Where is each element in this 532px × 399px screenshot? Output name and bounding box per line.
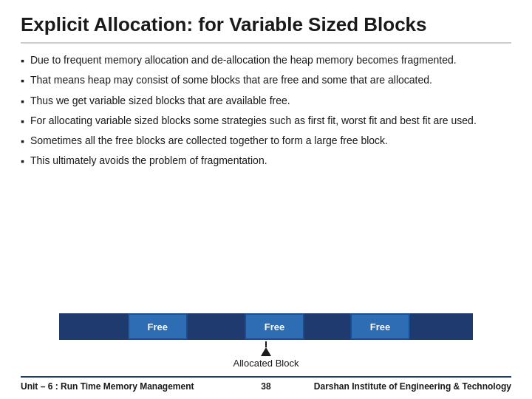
block-allocated-1 (59, 313, 128, 340)
allocated-label: Allocated Block (233, 358, 299, 369)
block-allocated-2 (188, 313, 245, 340)
bullet-item-3: ▪ Thus we get variable sized blocks that… (21, 93, 511, 109)
bullets-list: ▪ Due to frequent memory allocation and … (21, 52, 511, 306)
footer-page-number: 38 (244, 381, 288, 392)
bullet-text-5: Sometimes all the free blocks are collec… (30, 133, 511, 148)
block-allocated-4 (410, 313, 473, 340)
block-free-1: Free (128, 313, 188, 340)
footer-left: Unit – 6 : Run Time Memory Management (21, 381, 244, 392)
bullet-text-2: That means heap may consist of some bloc… (30, 72, 511, 87)
footer: Unit – 6 : Run Time Memory Management 38… (21, 376, 511, 392)
memory-blocks-row: Free Free Free (59, 313, 473, 340)
arrow-line (265, 341, 267, 347)
bullet-icon-4: ▪ (21, 114, 24, 129)
bullet-item-2: ▪ That means heap may consist of some bl… (21, 72, 511, 88)
bullet-text-4: For allocating variable sized blocks som… (30, 113, 511, 128)
bullet-item-1: ▪ Due to frequent memory allocation and … (21, 52, 511, 68)
footer-right: Darshan Institute of Engineering & Techn… (288, 381, 511, 392)
bullet-text-1: Due to frequent memory allocation and de… (30, 52, 511, 67)
bullet-icon-5: ▪ (21, 134, 24, 149)
bullet-item-6: ▪ This ultimately avoids the problem of … (21, 153, 511, 168)
memory-diagram: Free Free Free Allocated Block (21, 313, 511, 369)
bullet-icon-2: ▪ (21, 73, 24, 88)
bullet-text-6: This ultimately avoids the problem of fr… (30, 153, 511, 168)
bullet-item-5: ▪ Sometimes all the free blocks are coll… (21, 133, 511, 149)
block-free-3: Free (350, 313, 410, 340)
arrow-up-icon (261, 347, 271, 356)
slide: Explicit Allocation: for Variable Sized … (0, 0, 532, 399)
arrow-label-area: Allocated Block (233, 341, 299, 369)
bullet-icon-6: ▪ (21, 154, 24, 168)
bullet-item-4: ▪ For allocating variable sized blocks s… (21, 113, 511, 129)
bullet-icon-1: ▪ (21, 53, 24, 68)
block-free-2: Free (245, 313, 304, 340)
block-allocated-3 (304, 313, 350, 340)
bullet-icon-3: ▪ (21, 94, 24, 109)
bullet-text-3: Thus we get variable sized blocks that a… (30, 93, 511, 108)
slide-title: Explicit Allocation: for Variable Sized … (21, 13, 511, 44)
